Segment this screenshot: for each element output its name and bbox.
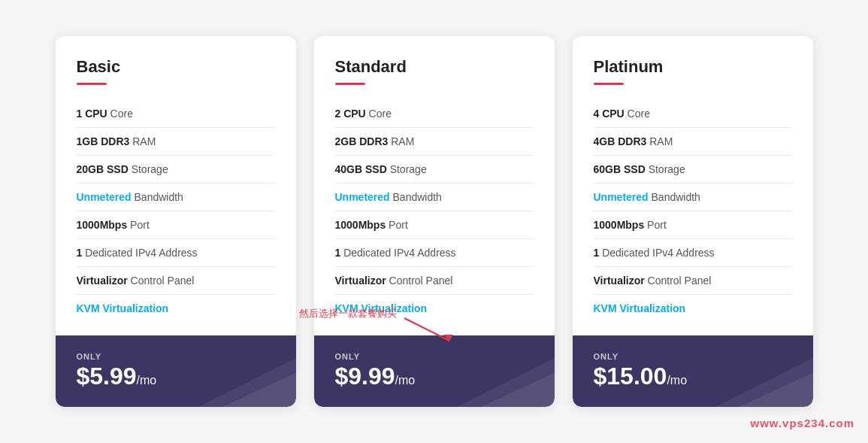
card-standard-feature-3: Unmetered Bandwidth xyxy=(335,184,534,211)
card-basic-feature-6: Virtualizor Control Panel xyxy=(77,267,275,295)
card-standard-feature-2: 40GB SSD Storage xyxy=(335,156,534,184)
card-basic-feature-7: KVM Virtualization xyxy=(77,295,275,322)
card-platinum-body: Platinum4 CPU Core4GB DDR3 RAM60GB SSD S… xyxy=(573,36,813,322)
card-platinum-title: Platinum xyxy=(594,57,792,77)
card-standard-body: Standard2 CPU Core2GB DDR3 RAM40GB SSD S… xyxy=(314,36,555,322)
card-standard-feature-bold-4: 1000Mbps xyxy=(335,219,386,231)
card-platinum-feature-bold-4: 1000Mbps xyxy=(594,219,645,231)
card-standard-feature-bold-6: Virtualizor xyxy=(335,275,386,287)
card-standard-feature-link-3[interactable]: Unmetered xyxy=(335,191,390,203)
card-platinum-footer[interactable]: ONLY$15.00/mo xyxy=(573,335,813,407)
card-standard[interactable]: Standard2 CPU Core2GB DDR3 RAM40GB SSD S… xyxy=(314,36,555,407)
card-standard-feature-5: 1 Dedicated IPv4 Address xyxy=(335,239,534,267)
card-basic-per: /mo xyxy=(137,374,157,387)
card-basic-feature-2: 20GB SSD Storage xyxy=(77,156,275,184)
card-standard-feature-link-7[interactable]: KVM Virtualization xyxy=(335,302,428,314)
watermark: www.vps234.com xyxy=(751,417,855,429)
card-platinum-price: $15.00/mo xyxy=(594,363,792,390)
card-standard-feature-bold-0: 2 CPU xyxy=(335,108,366,120)
card-platinum-per: /mo xyxy=(667,374,687,387)
card-basic-feature-bold-2: 20GB SSD xyxy=(77,163,129,175)
card-standard-feature-bold-5: 1 xyxy=(335,247,341,259)
card-platinum-feature-link-7[interactable]: KVM Virtualization xyxy=(594,302,686,314)
card-basic-title: Basic xyxy=(77,57,275,77)
card-standard-only-label: ONLY xyxy=(335,352,534,361)
card-platinum[interactable]: Platinum4 CPU Core4GB DDR3 RAM60GB SSD S… xyxy=(573,36,813,407)
card-platinum-feature-0: 4 CPU Core xyxy=(594,100,792,128)
card-standard-feature-bold-1: 2GB DDR3 xyxy=(335,135,389,147)
card-basic-feature-bold-0: 1 CPU xyxy=(77,108,107,120)
card-platinum-feature-link-3[interactable]: Unmetered xyxy=(594,191,649,203)
card-standard-feature-0: 2 CPU Core xyxy=(335,100,534,128)
card-standard-price: $9.99/mo xyxy=(335,363,534,390)
card-standard-per: /mo xyxy=(395,374,416,387)
card-basic-feature-3: Unmetered Bandwidth xyxy=(77,184,275,211)
card-basic-feature-bold-1: 1GB DDR3 xyxy=(77,135,130,147)
card-platinum-underline xyxy=(594,83,624,85)
card-standard-footer[interactable]: ONLY$9.99/mo xyxy=(314,335,555,407)
card-basic-underline xyxy=(77,83,107,85)
card-platinum-feature-bold-1: 4GB DDR3 xyxy=(594,135,647,147)
card-basic-feature-link-3[interactable]: Unmetered xyxy=(77,191,132,203)
card-platinum-feature-3: Unmetered Bandwidth xyxy=(594,184,792,211)
cards-container: Basic1 CPU Core1GB DDR3 RAM20GB SSD Stor… xyxy=(21,36,848,407)
card-basic[interactable]: Basic1 CPU Core1GB DDR3 RAM20GB SSD Stor… xyxy=(56,36,296,407)
card-basic-feature-1: 1GB DDR3 RAM xyxy=(77,128,275,156)
card-platinum-feature-5: 1 Dedicated IPv4 Address xyxy=(594,239,792,267)
card-standard-feature-6: Virtualizor Control Panel xyxy=(335,267,534,295)
card-basic-feature-bold-5: 1 xyxy=(77,247,83,259)
page-wrapper: Basic1 CPU Core1GB DDR3 RAM20GB SSD Stor… xyxy=(15,36,853,407)
card-standard-title: Standard xyxy=(335,57,534,77)
card-basic-price: $5.99/mo xyxy=(77,363,275,390)
card-platinum-feature-4: 1000Mbps Port xyxy=(594,211,792,239)
card-platinum-feature-bold-6: Virtualizor xyxy=(594,275,645,287)
card-basic-feature-link-7[interactable]: KVM Virtualization xyxy=(77,302,169,314)
card-basic-feature-bold-6: Virtualizor xyxy=(77,275,128,287)
card-platinum-only-label: ONLY xyxy=(594,352,792,361)
card-standard-feature-bold-2: 40GB SSD xyxy=(335,163,387,175)
card-platinum-feature-6: Virtualizor Control Panel xyxy=(594,267,792,295)
card-basic-footer[interactable]: ONLY$5.99/mo xyxy=(56,335,296,407)
card-platinum-feature-7: KVM Virtualization xyxy=(594,295,792,322)
card-basic-feature-5: 1 Dedicated IPv4 Address xyxy=(77,239,275,267)
card-standard-feature-7: KVM Virtualization xyxy=(335,295,534,322)
card-basic-feature-4: 1000Mbps Port xyxy=(77,211,275,239)
card-platinum-feature-bold-0: 4 CPU xyxy=(594,108,625,120)
card-platinum-feature-1: 4GB DDR3 RAM xyxy=(594,128,792,156)
card-basic-feature-0: 1 CPU Core xyxy=(77,100,275,128)
card-platinum-feature-2: 60GB SSD Storage xyxy=(594,156,792,184)
card-basic-feature-bold-4: 1000Mbps xyxy=(77,219,128,231)
card-basic-only-label: ONLY xyxy=(77,352,275,361)
card-platinum-feature-bold-5: 1 xyxy=(594,247,600,259)
card-basic-body: Basic1 CPU Core1GB DDR3 RAM20GB SSD Stor… xyxy=(56,36,296,322)
card-platinum-feature-bold-2: 60GB SSD xyxy=(594,163,646,175)
card-standard-feature-4: 1000Mbps Port xyxy=(335,211,534,239)
card-standard-underline xyxy=(335,83,365,85)
card-standard-feature-1: 2GB DDR3 RAM xyxy=(335,128,534,156)
